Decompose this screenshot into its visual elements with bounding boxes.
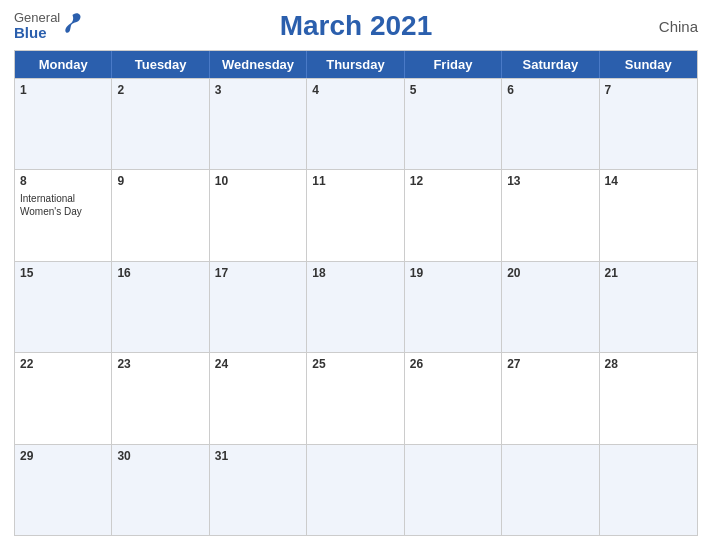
day-number: 29 bbox=[20, 449, 106, 463]
day-number: 6 bbox=[507, 83, 593, 97]
weeks-container: 12345678International Women's Day9101112… bbox=[15, 78, 697, 535]
day-cell: 20 bbox=[502, 262, 599, 352]
day-cell: 3 bbox=[210, 79, 307, 169]
day-number: 17 bbox=[215, 266, 301, 280]
day-header-saturday: Saturday bbox=[502, 51, 599, 78]
calendar-country: China bbox=[659, 18, 698, 35]
day-cell bbox=[502, 445, 599, 535]
day-header-wednesday: Wednesday bbox=[210, 51, 307, 78]
day-cell: 4 bbox=[307, 79, 404, 169]
logo-blue-text: Blue bbox=[14, 25, 60, 42]
day-cell: 13 bbox=[502, 170, 599, 260]
day-number: 12 bbox=[410, 174, 496, 188]
day-number: 30 bbox=[117, 449, 203, 463]
day-header-thursday: Thursday bbox=[307, 51, 404, 78]
day-number: 23 bbox=[117, 357, 203, 371]
day-cell: 10 bbox=[210, 170, 307, 260]
day-cell: 14 bbox=[600, 170, 697, 260]
day-number: 13 bbox=[507, 174, 593, 188]
day-number: 10 bbox=[215, 174, 301, 188]
day-cell: 18 bbox=[307, 262, 404, 352]
day-cell: 27 bbox=[502, 353, 599, 443]
day-number: 11 bbox=[312, 174, 398, 188]
calendar-grid: MondayTuesdayWednesdayThursdayFridaySatu… bbox=[14, 50, 698, 536]
day-cell: 1 bbox=[15, 79, 112, 169]
event-label: International Women's Day bbox=[20, 192, 106, 218]
day-cell: 24 bbox=[210, 353, 307, 443]
day-cell: 23 bbox=[112, 353, 209, 443]
week-row-5: 293031 bbox=[15, 444, 697, 535]
day-cell: 21 bbox=[600, 262, 697, 352]
day-cell: 11 bbox=[307, 170, 404, 260]
day-cell bbox=[405, 445, 502, 535]
day-cell: 9 bbox=[112, 170, 209, 260]
day-number: 28 bbox=[605, 357, 692, 371]
day-cell: 30 bbox=[112, 445, 209, 535]
day-number: 1 bbox=[20, 83, 106, 97]
day-number: 26 bbox=[410, 357, 496, 371]
day-number: 15 bbox=[20, 266, 106, 280]
day-header-monday: Monday bbox=[15, 51, 112, 78]
day-cell: 17 bbox=[210, 262, 307, 352]
week-row-2: 8International Women's Day91011121314 bbox=[15, 169, 697, 260]
day-number: 27 bbox=[507, 357, 593, 371]
day-headers-row: MondayTuesdayWednesdayThursdayFridaySatu… bbox=[15, 51, 697, 78]
day-number: 24 bbox=[215, 357, 301, 371]
day-cell: 6 bbox=[502, 79, 599, 169]
day-number: 25 bbox=[312, 357, 398, 371]
day-cell: 12 bbox=[405, 170, 502, 260]
day-number: 19 bbox=[410, 266, 496, 280]
day-cell: 5 bbox=[405, 79, 502, 169]
day-cell: 16 bbox=[112, 262, 209, 352]
day-header-friday: Friday bbox=[405, 51, 502, 78]
week-row-4: 22232425262728 bbox=[15, 352, 697, 443]
day-number: 20 bbox=[507, 266, 593, 280]
calendar-title: March 2021 bbox=[280, 10, 433, 42]
day-cell: 2 bbox=[112, 79, 209, 169]
day-cell bbox=[307, 445, 404, 535]
day-header-tuesday: Tuesday bbox=[112, 51, 209, 78]
day-cell: 26 bbox=[405, 353, 502, 443]
day-number: 16 bbox=[117, 266, 203, 280]
day-number: 2 bbox=[117, 83, 203, 97]
logo: General Blue bbox=[14, 11, 84, 42]
day-number: 8 bbox=[20, 174, 106, 188]
day-cell: 29 bbox=[15, 445, 112, 535]
day-cell: 28 bbox=[600, 353, 697, 443]
day-number: 5 bbox=[410, 83, 496, 97]
day-cell: 22 bbox=[15, 353, 112, 443]
day-cell: 15 bbox=[15, 262, 112, 352]
week-row-3: 15161718192021 bbox=[15, 261, 697, 352]
day-number: 21 bbox=[605, 266, 692, 280]
calendar-container: General Blue March 2021 China MondayTues… bbox=[0, 0, 712, 550]
day-cell: 25 bbox=[307, 353, 404, 443]
day-number: 7 bbox=[605, 83, 692, 97]
day-number: 9 bbox=[117, 174, 203, 188]
day-cell: 19 bbox=[405, 262, 502, 352]
logo-bird-icon bbox=[64, 12, 84, 36]
day-number: 22 bbox=[20, 357, 106, 371]
day-cell: 8International Women's Day bbox=[15, 170, 112, 260]
day-number: 3 bbox=[215, 83, 301, 97]
day-number: 4 bbox=[312, 83, 398, 97]
day-cell: 7 bbox=[600, 79, 697, 169]
day-cell: 31 bbox=[210, 445, 307, 535]
logo-general-text: General bbox=[14, 11, 60, 25]
day-number: 31 bbox=[215, 449, 301, 463]
calendar-header: General Blue March 2021 China bbox=[14, 10, 698, 42]
day-number: 14 bbox=[605, 174, 692, 188]
day-number: 18 bbox=[312, 266, 398, 280]
week-row-1: 1234567 bbox=[15, 78, 697, 169]
day-header-sunday: Sunday bbox=[600, 51, 697, 78]
day-cell bbox=[600, 445, 697, 535]
